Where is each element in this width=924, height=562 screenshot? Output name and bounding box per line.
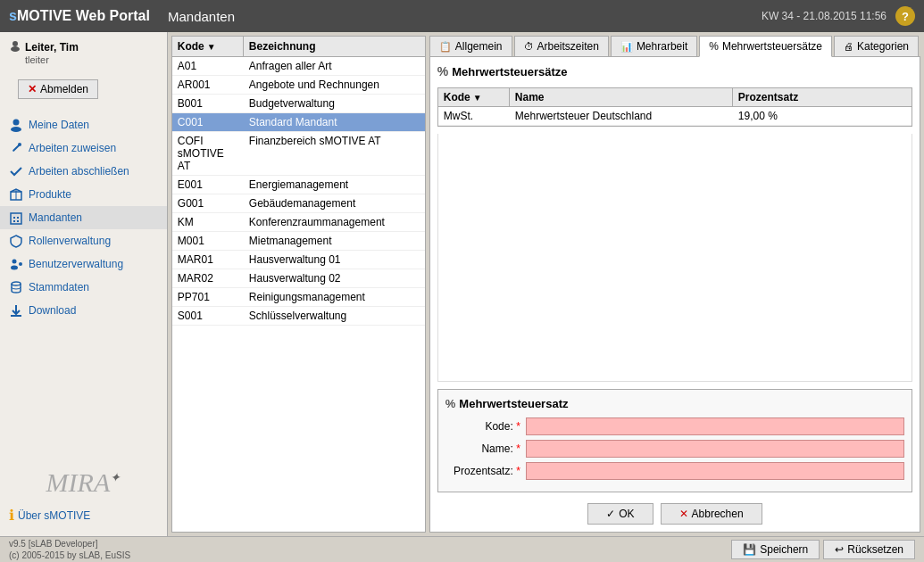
col-kode[interactable]: Kode ▼ bbox=[172, 37, 244, 56]
download-icon bbox=[9, 303, 23, 318]
tab-label: Arbeitszeiten bbox=[537, 40, 599, 53]
nav-label: Arbeiten zuweisen bbox=[29, 142, 116, 154]
name-field-row: Name: * bbox=[445, 440, 904, 458]
right-panel: 📋Allgemein⏱Arbeitszeiten📊Mehrarbeit%Mehr… bbox=[429, 36, 920, 533]
stammdaten-icon bbox=[9, 280, 23, 294]
kode-input[interactable] bbox=[526, 417, 904, 435]
form-section-title: % Mehrwertsteuersatz bbox=[445, 397, 904, 410]
bezeichnung-cell: Anfragen aller Art bbox=[244, 57, 425, 75]
about-link[interactable]: ℹ Über sMOTIVE bbox=[9, 503, 158, 527]
nav-label: Produkte bbox=[29, 188, 71, 201]
table-row[interactable]: AR001Angebote und Rechnungen bbox=[172, 76, 425, 95]
svg-point-0 bbox=[12, 41, 18, 46]
arbeiten-abschliessen-icon bbox=[9, 164, 23, 178]
prozentsatz-input[interactable] bbox=[526, 462, 904, 480]
prozentsatz-required: * bbox=[516, 465, 520, 477]
kode-cell: KM bbox=[172, 213, 244, 231]
user-role: tleiter bbox=[9, 54, 158, 65]
ok-button[interactable]: ✓ OK bbox=[587, 503, 653, 525]
table-row[interactable]: B001Budgetverwaltung bbox=[172, 95, 425, 113]
bezeichnung-cell: Gebäudemanagement bbox=[244, 194, 425, 212]
sidebar-item-arbeiten-abschliessen[interactable]: Arbeiten abschließen bbox=[0, 160, 167, 183]
table-row[interactable]: G001Gebäudemanagement bbox=[172, 194, 425, 213]
footer-version-info: v9.5 [sLAB Developer] (c) 2005-2015 by s… bbox=[9, 538, 731, 561]
svg-point-1 bbox=[11, 46, 20, 52]
app-header: sMOTIVE Web Portal Mandanten KW 34 - 21.… bbox=[0, 0, 924, 32]
tab-arbeitszeiten[interactable]: ⏱Arbeitszeiten bbox=[514, 36, 609, 56]
sidebar-item-rollenverwaltung[interactable]: Rollenverwaltung bbox=[0, 229, 167, 252]
kode-cell: A01 bbox=[172, 57, 244, 75]
save-button[interactable]: 💾 Speichern bbox=[731, 540, 820, 559]
mwst-table-row[interactable]: MwSt.Mehrwertsteuer Deutschland19,00 % bbox=[438, 107, 912, 126]
sort-icon: ▼ bbox=[473, 93, 482, 103]
bezeichnung-cell: Hausverwaltung 01 bbox=[244, 251, 425, 269]
sidebar-item-benutzerverwaltung[interactable]: Benutzerverwaltung bbox=[0, 252, 167, 276]
table-row[interactable]: C001Standard Mandant bbox=[172, 113, 425, 132]
benutzerverwaltung-icon bbox=[9, 257, 23, 271]
sidebar-item-meine-daten[interactable]: Meine Daten bbox=[0, 113, 167, 136]
right-content-area: % Mehrwertsteuersätze Kode ▼ Name bbox=[429, 57, 920, 533]
sidebar-item-stammdaten[interactable]: Stammdaten bbox=[0, 276, 167, 299]
bezeichnung-cell: Finanzbereich sMOTIVE AT bbox=[244, 132, 425, 175]
table-row[interactable]: A01Anfragen aller Art bbox=[172, 57, 425, 76]
back-label: Rücksetzen bbox=[847, 543, 903, 556]
back-button[interactable]: ↩ Rücksetzen bbox=[823, 540, 915, 559]
user-area: Leiter, Tim tleiter bbox=[0, 32, 167, 69]
col-bezeichnung[interactable]: Bezeichnung bbox=[244, 37, 425, 56]
kode-cell: C001 bbox=[172, 113, 244, 131]
nav-label: Download bbox=[29, 304, 76, 317]
sidebar-item-arbeiten-zuweisen[interactable]: Arbeiten zuweisen bbox=[0, 136, 167, 160]
kode-cell: S001 bbox=[172, 307, 244, 325]
kode-cell: COFI sMOTIVE AT bbox=[172, 132, 244, 175]
name-input[interactable] bbox=[526, 440, 904, 458]
save-icon: 💾 bbox=[743, 543, 756, 556]
tab-icon: % bbox=[709, 40, 719, 53]
main-content: Kode ▼ Bezeichnung A01Anfragen aller Art… bbox=[168, 32, 924, 536]
bezeichnung-cell: Standard Mandant bbox=[244, 113, 425, 131]
table-row[interactable]: PP701Reinigungsmanagement bbox=[172, 288, 425, 307]
inner-col-name[interactable]: Name bbox=[510, 88, 733, 106]
cancel-label: Abbrechen bbox=[692, 508, 744, 520]
prozentsatz-field-row: Prozentsatz: * bbox=[445, 462, 904, 480]
svg-point-2 bbox=[13, 120, 20, 126]
sidebar-item-produkte[interactable]: Produkte bbox=[0, 183, 167, 206]
sidebar-item-download[interactable]: Download bbox=[0, 299, 167, 322]
back-icon: ↩ bbox=[835, 543, 844, 556]
name-required: * bbox=[516, 442, 520, 455]
checkmark-icon: ✓ bbox=[606, 508, 615, 520]
table-row[interactable]: MAR01Hausverwaltung 01 bbox=[172, 251, 425, 269]
svg-rect-8 bbox=[11, 213, 21, 224]
tab-mehrarbeit[interactable]: 📊Mehrarbeit bbox=[611, 36, 697, 56]
rollenverwaltung-icon bbox=[9, 234, 23, 248]
tab-icon: ⏱ bbox=[524, 41, 534, 52]
inner-col-kode[interactable]: Kode ▼ bbox=[438, 88, 510, 106]
ok-label: OK bbox=[619, 508, 634, 520]
table-row[interactable]: E001Energiemanagement bbox=[172, 176, 425, 194]
copyright-text: (c) 2005-2015 by sLAB, EuSIS bbox=[9, 550, 731, 561]
bezeichnung-cell: Angebote und Rechnungen bbox=[244, 76, 425, 94]
logout-button[interactable]: ✕ Abmelden bbox=[18, 79, 98, 99]
svg-point-13 bbox=[12, 260, 17, 264]
kode-cell: AR001 bbox=[172, 76, 244, 94]
table-row[interactable]: M001Mietmanagement bbox=[172, 232, 425, 251]
about-label: Über sMOTIVE bbox=[18, 509, 90, 522]
kode-cell: M001 bbox=[172, 232, 244, 250]
tab-icon: 🖨 bbox=[844, 41, 853, 52]
tab-allgemein[interactable]: 📋Allgemein bbox=[429, 36, 512, 56]
bezeichnung-cell: Hausverwaltung 02 bbox=[244, 269, 425, 287]
dialog-buttons: ✓ OK ✕ Abbrechen bbox=[437, 503, 912, 525]
tab-kategorien[interactable]: 🖨Kategorien bbox=[834, 36, 919, 56]
sidebar-item-mandanten[interactable]: Mandanten bbox=[0, 206, 167, 229]
kode-field-row: Kode: * bbox=[445, 417, 904, 435]
table-row[interactable]: KMKonferenzraummanagement bbox=[172, 213, 425, 232]
inner-table-body: MwSt.Mehrwertsteuer Deutschland19,00 % bbox=[438, 107, 912, 126]
cancel-button[interactable]: ✕ Abbrechen bbox=[661, 503, 762, 525]
table-row[interactable]: S001Schlüsselverwaltung bbox=[172, 307, 425, 326]
table-row[interactable]: MAR02Hausverwaltung 02 bbox=[172, 269, 425, 288]
logout-label: Abmelden bbox=[40, 83, 88, 95]
help-button[interactable]: ? bbox=[895, 6, 915, 26]
table-row[interactable]: COFI sMOTIVE ATFinanzbereich sMOTIVE AT bbox=[172, 132, 425, 176]
footer-buttons: 💾 Speichern ↩ Rücksetzen bbox=[731, 540, 915, 559]
tab-mehrwertsteuersaetze[interactable]: %Mehrwertsteuersätze bbox=[699, 36, 832, 57]
kode-cell: MAR01 bbox=[172, 251, 244, 269]
